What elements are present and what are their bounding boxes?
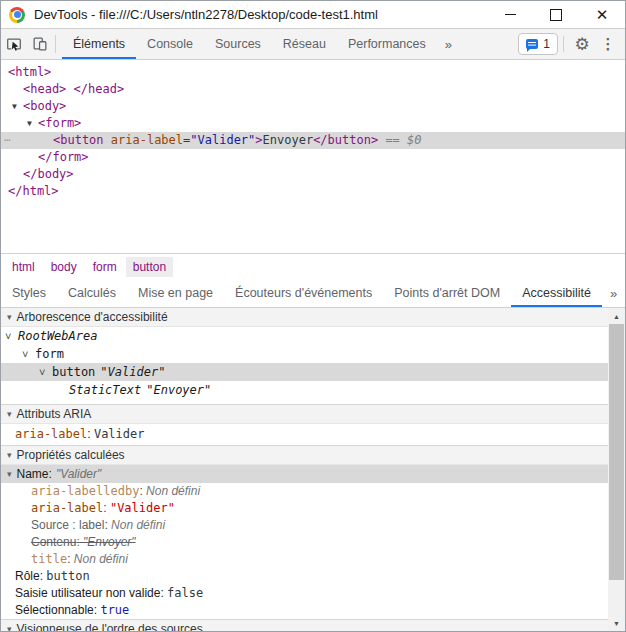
a11y-node-button[interactable]: ˅button"Valider" bbox=[1, 363, 625, 381]
title-bar: DevTools - file:///C:/Users/ntln2278/Des… bbox=[1, 1, 625, 29]
name-source-row[interactable]: aria-labelledby: Non défini bbox=[1, 483, 625, 500]
breadcrumb: htmlbodyformbutton bbox=[1, 253, 625, 279]
tab-console[interactable]: Console bbox=[136, 29, 204, 59]
aria-attribute-row[interactable]: aria-label: Valider bbox=[1, 424, 625, 445]
device-toolbar-button[interactable] bbox=[27, 29, 53, 59]
name-source-row[interactable]: Source : label: Non défini bbox=[1, 517, 625, 534]
colon: : bbox=[103, 501, 110, 515]
close-button[interactable]: ✕ bbox=[579, 1, 625, 28]
scrollbar[interactable]: ▲ ▼ bbox=[608, 308, 625, 631]
name-source-label: Source : label bbox=[31, 518, 104, 532]
toolbar-right: 1 ⚙ ⋮ bbox=[518, 29, 625, 59]
menu-button[interactable]: ⋮ bbox=[595, 35, 621, 53]
a11y-node-form[interactable]: ˅form bbox=[1, 345, 625, 363]
dom-tree-row[interactable]: </html> bbox=[1, 183, 625, 200]
name-source-value: Non défini bbox=[146, 484, 200, 498]
name-source-label: title bbox=[31, 552, 67, 566]
code-segment: "Valider" bbox=[190, 133, 255, 147]
message-count: 1 bbox=[543, 37, 550, 51]
dom-tree-row[interactable]: <head> </head> bbox=[1, 81, 625, 98]
subtab-mise-en-page[interactable]: Mise en page bbox=[127, 279, 224, 307]
console-messages-badge[interactable]: 1 bbox=[518, 33, 558, 55]
breadcrumb-item-html[interactable]: html bbox=[5, 257, 42, 277]
kebab-icon: ⋮ bbox=[601, 35, 616, 53]
elements-dom-tree: <html><head> </head>▼<body>▼<form>…<butt… bbox=[1, 60, 625, 253]
computed-property-row[interactable]: Saisie utilisateur non valide: false bbox=[1, 585, 625, 602]
expand-arrow-icon[interactable]: ▼ bbox=[27, 115, 38, 132]
computed-property-row[interactable]: Sélectionnable: true bbox=[1, 602, 625, 619]
dom-tree-row[interactable]: </form> bbox=[1, 149, 625, 166]
dom-tree-row[interactable]: </body> bbox=[1, 166, 625, 183]
a11y-node-statictext[interactable]: StaticText"Envoyer" bbox=[1, 381, 625, 399]
subtab-ecouteurs-d-evenements[interactable]: Écouteurs d'événements bbox=[224, 279, 383, 307]
name-source-value: "Envoyer" bbox=[83, 535, 136, 549]
tab-reseau[interactable]: Réseau bbox=[272, 29, 337, 59]
accessibility-tree: ˅RootWebArea˅form˅button"Valider"StaticT… bbox=[1, 327, 625, 399]
window-title: DevTools - file:///C:/Users/ntln2278/Des… bbox=[34, 7, 378, 22]
subtab-accessibilite[interactable]: Accessibilité bbox=[511, 279, 602, 307]
code-segment: aria-label bbox=[111, 133, 183, 147]
more-subtabs-button[interactable]: » bbox=[602, 279, 625, 307]
breadcrumb-item-form[interactable]: form bbox=[86, 257, 124, 277]
section-triangle-icon: ▾ bbox=[7, 409, 12, 419]
expand-arrow-icon[interactable]: ▼ bbox=[12, 98, 23, 115]
name-source-row[interactable]: title: Non défini bbox=[1, 551, 625, 568]
code-segment: </html> bbox=[8, 184, 59, 198]
name-source-row[interactable]: Contenu: "Envoyer" bbox=[1, 534, 625, 551]
a11y-node-value: "Envoyer" bbox=[146, 381, 211, 399]
code-segment: == bbox=[378, 133, 407, 147]
subtab-styles[interactable]: Styles bbox=[1, 279, 57, 307]
code-segment: <form> bbox=[38, 116, 81, 130]
minimize-button[interactable] bbox=[487, 1, 533, 28]
dom-tree-row[interactable]: ▼<form> bbox=[1, 115, 625, 132]
message-bubble-icon bbox=[526, 39, 538, 49]
colon: : bbox=[87, 427, 94, 441]
code-segment: </body> bbox=[23, 167, 74, 181]
tab-performances[interactable]: Performances bbox=[337, 29, 437, 59]
a11y-node-rootwebarea[interactable]: ˅RootWebArea bbox=[1, 327, 625, 345]
inspect-element-button[interactable] bbox=[1, 29, 27, 59]
computed-properties-section-header[interactable]: ▾ Propriétés calculées bbox=[1, 445, 625, 465]
chevron-expanded-icon[interactable]: ˅ bbox=[5, 327, 18, 345]
dom-tree-row[interactable]: <html> bbox=[1, 64, 625, 81]
scroll-up-icon[interactable]: ▲ bbox=[608, 308, 625, 324]
colon: : bbox=[67, 552, 74, 566]
settings-button[interactable]: ⚙ bbox=[569, 34, 595, 55]
breadcrumb-item-button[interactable]: button bbox=[126, 257, 173, 277]
tab-sources[interactable]: Sources bbox=[204, 29, 272, 59]
tab-elements[interactable]: Éléments bbox=[62, 29, 136, 59]
a11y-node-name: form bbox=[35, 345, 64, 363]
code-segment: <html> bbox=[8, 65, 51, 79]
source-order-section-header[interactable]: ▾ Visionneuse de l'ordre des sources bbox=[1, 619, 625, 631]
aria-attributes-list: aria-label: Valider bbox=[1, 424, 625, 445]
accessibility-pane: ▾ Arborescence d'accessibilité ˅RootWebA… bbox=[1, 308, 625, 631]
scrollbar-thumb[interactable] bbox=[609, 324, 624, 580]
name-source-label: aria-label bbox=[31, 501, 103, 515]
panel-tabs: ÉlémentsConsoleSourcesRéseauPerformances bbox=[62, 29, 437, 59]
scroll-down-icon[interactable]: ▼ bbox=[608, 615, 625, 631]
minimize-icon bbox=[505, 14, 516, 15]
chevron-expanded-icon[interactable]: ˅ bbox=[22, 345, 35, 363]
toolbar-separator bbox=[563, 36, 564, 52]
name-property-header[interactable]: ▾ Name: "Valider" bbox=[1, 465, 625, 483]
chevron-expanded-icon[interactable]: ˅ bbox=[39, 363, 52, 381]
subtab-points-d-arret-dom[interactable]: Points d'arrêt DOM bbox=[383, 279, 511, 307]
code-segment: > bbox=[255, 133, 262, 147]
section-title: Propriétés calculées bbox=[17, 448, 125, 462]
computed-property-row[interactable]: Rôle: button bbox=[1, 568, 625, 585]
inspect-cursor-icon bbox=[5, 35, 23, 53]
name-source-label: Contenu bbox=[31, 535, 76, 549]
dom-tree-row[interactable]: …<button aria-label="Valider">Envoyer</b… bbox=[1, 132, 625, 149]
subtab-calcules[interactable]: Calculés bbox=[57, 279, 127, 307]
name-property-value: "Valider" bbox=[56, 467, 101, 481]
more-tabs-button[interactable]: » bbox=[437, 29, 460, 59]
name-source-row[interactable]: aria-label: "Valider" bbox=[1, 500, 625, 517]
accessibility-tree-section-header[interactable]: ▾ Arborescence d'accessibilité bbox=[1, 308, 625, 327]
property-value: true bbox=[100, 603, 129, 617]
dom-tree-row[interactable]: ▼<body> bbox=[1, 98, 625, 115]
breadcrumb-item-body[interactable]: body bbox=[44, 257, 84, 277]
maximize-button[interactable] bbox=[533, 1, 579, 28]
code-segment: Envoyer bbox=[263, 133, 314, 147]
aria-attributes-section-header[interactable]: ▾ Attributs ARIA bbox=[1, 404, 625, 424]
section-triangle-icon: ▾ bbox=[7, 469, 12, 479]
